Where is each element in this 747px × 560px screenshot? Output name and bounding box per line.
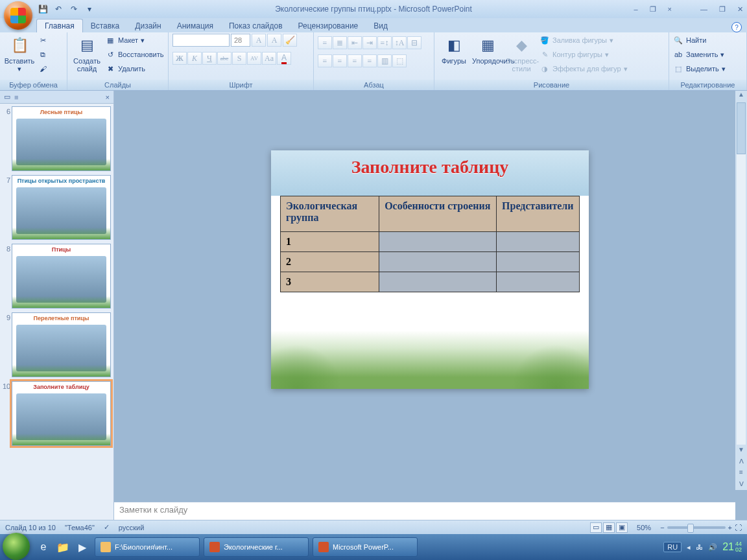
- tray-network-icon[interactable]: 🖧: [696, 543, 703, 551]
- tray-folder-icon[interactable]: 📁: [54, 537, 71, 557]
- slide-canvas[interactable]: Заполните таблицу Экологическая группа О…: [114, 91, 747, 502]
- slideshow-view-button[interactable]: ▣: [616, 522, 628, 533]
- tab-design[interactable]: Дизайн: [127, 19, 169, 32]
- clear-format-button[interactable]: 🧹: [283, 34, 297, 47]
- language-indicator[interactable]: RU: [663, 542, 682, 552]
- slide-thumbnail[interactable]: Птицы открытых пространств: [12, 175, 111, 240]
- numbering-button[interactable]: ≣: [333, 36, 347, 49]
- slide-thumbnail[interactable]: Птицы: [12, 244, 111, 309]
- scroll-up-arrow[interactable]: ▲: [735, 91, 747, 101]
- shrink-font-button[interactable]: A: [267, 34, 281, 47]
- underline-button[interactable]: Ч: [202, 52, 217, 65]
- scroll-thumb[interactable]: [737, 102, 746, 154]
- zoom-slider[interactable]: [667, 526, 726, 529]
- slide-thumbnail[interactable]: Лесные птицы: [12, 106, 111, 171]
- shape-fill-button[interactable]: 🪣Заливка фигуры ▾: [540, 34, 628, 47]
- doc-minimize[interactable]: –: [634, 5, 637, 14]
- tray-volume-icon[interactable]: 🔊: [708, 543, 717, 552]
- format-painter-button[interactable]: 🖌: [38, 62, 48, 75]
- copy-button[interactable]: ⧉: [38, 48, 48, 61]
- qat-undo[interactable]: ↶: [53, 4, 64, 14]
- app-maximize[interactable]: ❐: [719, 5, 726, 14]
- replace-button[interactable]: abЗаменить ▾: [673, 48, 726, 61]
- zoom-out-button[interactable]: −: [660, 524, 664, 531]
- text-direction-button[interactable]: ↕A: [392, 36, 407, 49]
- scroll-down-arrow[interactable]: ▼: [735, 446, 747, 456]
- shape-outline-button[interactable]: ✎Контур фигуры ▾: [540, 48, 628, 61]
- status-language[interactable]: русский: [119, 524, 144, 531]
- spacing-button[interactable]: AV: [247, 52, 261, 65]
- find-button[interactable]: 🔍Найти: [673, 34, 726, 47]
- help-icon[interactable]: ?: [731, 22, 742, 32]
- doc-restore[interactable]: ❐: [650, 5, 656, 14]
- tab-insert[interactable]: Вставка: [83, 19, 128, 32]
- prev-slide-button[interactable]: ᐱ: [735, 456, 747, 467]
- bold-button[interactable]: Ж: [172, 52, 187, 65]
- tray-media-icon[interactable]: ▶: [74, 537, 91, 557]
- app-close[interactable]: ✕: [737, 5, 743, 14]
- align-center-button[interactable]: ≡: [333, 54, 347, 67]
- pane-close-icon[interactable]: ×: [106, 93, 110, 101]
- delete-button[interactable]: ✖Удалить: [105, 62, 163, 75]
- clock[interactable]: 214402: [722, 541, 742, 553]
- vertical-scrollbar[interactable]: ▲ ▼: [735, 91, 747, 490]
- fit-slide-button[interactable]: ⛶: [735, 524, 742, 531]
- qat-redo[interactable]: ↷: [69, 4, 79, 14]
- start-button[interactable]: [3, 533, 30, 560]
- sorter-view-button[interactable]: ▦: [603, 522, 615, 533]
- zoom-in-button[interactable]: +: [728, 524, 732, 531]
- office-button[interactable]: [4, 1, 32, 30]
- next-slide-button[interactable]: ᐯ: [735, 479, 747, 490]
- tray-ie-icon[interactable]: e: [35, 537, 52, 557]
- arrange-button[interactable]: ▦Упорядочить: [472, 34, 503, 65]
- reset-button[interactable]: ↺Восстановить: [105, 48, 163, 61]
- shapes-button[interactable]: ◧Фигуры: [438, 34, 469, 65]
- qat-save[interactable]: 💾: [38, 4, 48, 14]
- taskbar-task[interactable]: F:\Биология\инт...: [95, 537, 200, 557]
- indent-dec-button[interactable]: ⇤: [348, 36, 362, 49]
- normal-view-button[interactable]: ▭: [590, 522, 602, 533]
- nav-menu-button[interactable]: ≡: [735, 467, 747, 478]
- slide-thumbnail[interactable]: Перелетные птицы: [12, 312, 111, 377]
- tab-view[interactable]: Вид: [366, 19, 396, 32]
- font-color-button[interactable]: A: [277, 52, 291, 65]
- shadow-button[interactable]: S: [232, 52, 246, 65]
- zoom-level[interactable]: 50%: [637, 524, 651, 531]
- select-button[interactable]: ⬚Выделить ▾: [673, 62, 726, 75]
- font-name-combo[interactable]: [172, 34, 230, 47]
- spellcheck-icon[interactable]: ✓: [104, 523, 110, 531]
- taskbar-task[interactable]: Microsoft PowerP...: [313, 537, 418, 557]
- tab-home[interactable]: Главная: [36, 19, 83, 32]
- font-size-combo[interactable]: 28: [231, 34, 250, 47]
- italic-button[interactable]: К: [187, 52, 202, 65]
- app-minimize[interactable]: —: [700, 5, 707, 14]
- case-button[interactable]: Aa: [262, 52, 276, 65]
- grow-font-button[interactable]: A: [252, 34, 266, 47]
- outline-tab-icon[interactable]: ≡: [14, 93, 18, 101]
- smartart-button[interactable]: ⬚: [392, 54, 407, 67]
- line-spacing-button[interactable]: ≡↕: [377, 36, 392, 49]
- tray-expand-icon[interactable]: ◂: [687, 543, 691, 552]
- layout-button[interactable]: ▦Макет ▾: [105, 34, 163, 47]
- slide-thumbnail[interactable]: Заполните таблицу: [12, 381, 111, 446]
- strike-button[interactable]: abc: [217, 52, 231, 65]
- tab-review[interactable]: Рецензирование: [290, 19, 366, 32]
- slides-tab-icon[interactable]: ▭: [4, 93, 10, 101]
- taskbar-task[interactable]: Экологические г...: [204, 537, 309, 557]
- align-left-button[interactable]: ≡: [318, 54, 332, 67]
- new-slide-button[interactable]: ▤ Создать слайд: [71, 34, 102, 73]
- tab-animation[interactable]: Анимация: [169, 19, 221, 32]
- qat-more[interactable]: ▾: [84, 4, 95, 14]
- justify-button[interactable]: ≡: [362, 54, 377, 67]
- indent-inc-button[interactable]: ⇥: [362, 36, 377, 49]
- paste-button[interactable]: 📋 Вставить▾: [4, 34, 35, 73]
- bullets-button[interactable]: ≡: [318, 36, 332, 49]
- align-text-button[interactable]: ⊟: [407, 36, 421, 49]
- quick-styles-button[interactable]: ◆Экспресс-стили: [506, 34, 537, 73]
- align-right-button[interactable]: ≡: [348, 54, 362, 67]
- tab-slideshow[interactable]: Показ слайдов: [221, 19, 290, 32]
- cut-button[interactable]: ✂: [38, 34, 48, 47]
- columns-button[interactable]: ▥: [377, 54, 392, 67]
- doc-close[interactable]: ×: [668, 5, 672, 14]
- notes-pane[interactable]: Заметки к слайду: [114, 502, 735, 520]
